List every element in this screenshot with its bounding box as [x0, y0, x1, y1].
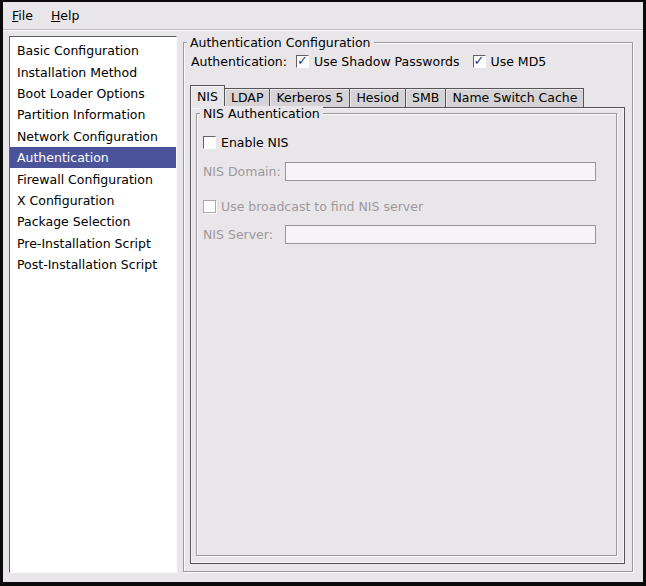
broadcast-checkbox: [203, 200, 216, 213]
sidebar-item-partition-information[interactable]: Partition Information: [10, 104, 176, 125]
app-window: File Help Basic Configuration Installati…: [0, 0, 646, 586]
broadcast-label: Use broadcast to find NIS server: [221, 199, 423, 214]
md5-label: Use MD5: [491, 54, 547, 69]
nis-auth-frame-title: NIS Authentication: [200, 106, 323, 121]
tab-kerberos-5[interactable]: Kerberos 5: [269, 88, 350, 107]
sidebar-item-boot-loader-options[interactable]: Boot Loader Options: [10, 83, 176, 104]
sidebar-item-authentication[interactable]: Authentication: [10, 147, 176, 168]
auth-row: Authentication: Use Shadow Passwords Use…: [191, 53, 546, 69]
tab-smb[interactable]: SMB: [405, 88, 446, 107]
tab-bar: NIS LDAP Kerberos 5 Hesiod SMB Name Swit…: [190, 84, 625, 107]
sidebar-item-network-configuration[interactable]: Network Configuration: [10, 126, 176, 147]
enable-nis-label: Enable NIS: [221, 135, 289, 150]
nis-server-input: [285, 225, 596, 244]
tab-ldap[interactable]: LDAP: [224, 88, 270, 107]
auth-notebook: NIS LDAP Kerberos 5 Hesiod SMB Name Swit…: [190, 84, 625, 564]
tab-name-switch-cache[interactable]: Name Switch Cache: [445, 88, 584, 107]
enable-nis-row: Enable NIS: [203, 135, 289, 150]
menu-item-file[interactable]: File: [12, 8, 33, 23]
broadcast-row: Use broadcast to find NIS server: [203, 199, 423, 214]
sidebar-item-x-configuration[interactable]: X Configuration: [10, 190, 176, 211]
tab-hesiod[interactable]: Hesiod: [349, 88, 406, 107]
shadow-passwords-checkbox[interactable]: [296, 55, 309, 68]
menu-item-help[interactable]: Help: [51, 8, 80, 23]
sidebar-item-post-installation-script[interactable]: Post-Installation Script: [10, 254, 176, 275]
shadow-passwords-label: Use Shadow Passwords: [314, 54, 460, 69]
nis-server-label: NIS Server:: [203, 225, 273, 244]
sidebar-item-pre-installation-script[interactable]: Pre-Installation Script: [10, 233, 176, 254]
authentication-label: Authentication:: [191, 54, 287, 69]
auth-config-frame-title: Authentication Configuration: [187, 35, 374, 50]
nis-domain-label: NIS Domain:: [203, 162, 281, 181]
menubar: File Help: [3, 2, 643, 30]
sidebar-item-package-selection[interactable]: Package Selection: [10, 211, 176, 232]
sidebar-list: Basic Configuration Installation Method …: [9, 36, 177, 573]
enable-nis-checkbox[interactable]: [203, 136, 216, 149]
nis-auth-frame: NIS Authentication Enable NIS NIS Domain…: [196, 113, 617, 556]
sidebar-item-installation-method[interactable]: Installation Method: [10, 61, 176, 82]
md5-checkbox[interactable]: [473, 55, 486, 68]
nis-domain-input: [285, 162, 596, 181]
tab-nis[interactable]: NIS: [190, 85, 225, 108]
sidebar-item-basic-configuration[interactable]: Basic Configuration: [10, 40, 176, 61]
auth-config-frame: Authentication Configuration Authenticat…: [183, 42, 633, 572]
sidebar-item-firewall-configuration[interactable]: Firewall Configuration: [10, 168, 176, 189]
